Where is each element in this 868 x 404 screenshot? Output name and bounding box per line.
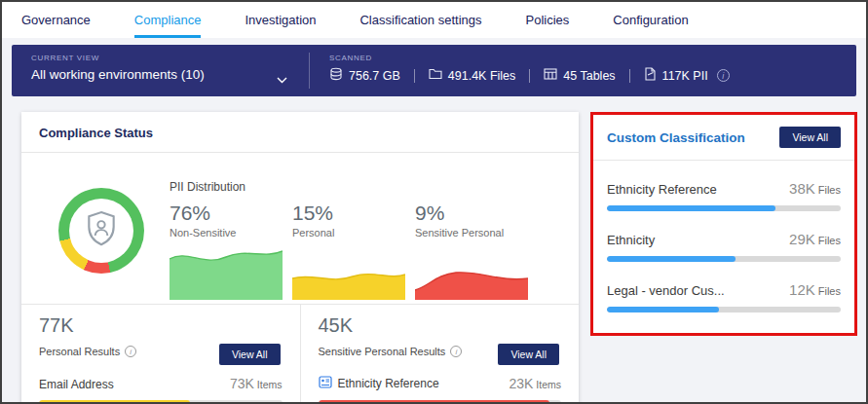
stat-files-value: 491.4K Files bbox=[448, 69, 515, 83]
distribution-non-sensitive: 76% Non-Sensitive bbox=[170, 202, 283, 300]
custom-classifier-icon bbox=[319, 376, 332, 391]
stat-separator bbox=[629, 69, 630, 83]
classification-name: Legal - vendor Cus... bbox=[607, 283, 725, 298]
stat-files: 491.4K Files bbox=[429, 68, 515, 83]
list-item-email-address[interactable]: Email Address 73KItems bbox=[39, 375, 283, 404]
nav-item-compliance[interactable]: Compliance bbox=[134, 2, 202, 38]
stat-separator bbox=[529, 69, 530, 83]
nav-item-policies[interactable]: Policies bbox=[525, 2, 569, 38]
chevron-down-icon[interactable] bbox=[277, 70, 287, 88]
stat-capacity-value: 756.7 GB bbox=[349, 69, 400, 83]
sensitive-results-count: 45K bbox=[319, 314, 562, 337]
pii-distribution: 76% Non-Sensitive 15% Personal bbox=[170, 202, 528, 300]
stat-tables: 45 Tables bbox=[544, 68, 615, 83]
result-value: 23K bbox=[509, 376, 533, 391]
sensitive-results-view-all-button[interactable]: View All bbox=[498, 344, 559, 365]
sensitive-results-label: Sensitive Personal Results bbox=[319, 346, 446, 357]
top-nav: Governance Compliance Investigation Clas… bbox=[2, 2, 866, 38]
personal-results-count: 77K bbox=[39, 314, 283, 337]
compliance-status-card: Compliance Status PII Distribution 76% bbox=[21, 112, 579, 404]
nav-item-configuration[interactable]: Configuration bbox=[613, 2, 688, 38]
info-icon[interactable] bbox=[450, 346, 462, 357]
non-sensitive-percent: 76% bbox=[170, 202, 283, 225]
personal-results-view-all-button[interactable]: View All bbox=[219, 344, 281, 365]
classification-name: Ethnicity Reference bbox=[607, 182, 717, 197]
folder-icon bbox=[429, 68, 442, 83]
nav-item-classification-settings[interactable]: Classification settings bbox=[359, 2, 481, 38]
result-value: 73K bbox=[230, 376, 254, 391]
card-divider bbox=[593, 160, 854, 161]
personal-area-chart bbox=[292, 243, 405, 300]
current-view-value: All working environments (10) bbox=[31, 67, 309, 82]
environment-selector[interactable]: CURRENT VIEW All working environments (1… bbox=[12, 45, 309, 96]
list-item-legal-vendor[interactable]: Legal - vendor Cus... 12KFiles bbox=[607, 281, 841, 312]
table-icon bbox=[544, 68, 557, 83]
sensitive-personal-results-section: 45K Sensitive Personal Results View All bbox=[300, 305, 580, 404]
classification-unit: Files bbox=[818, 184, 841, 196]
summary-header-bar: CURRENT VIEW All working environments (1… bbox=[12, 45, 856, 96]
shield-person-icon bbox=[85, 210, 118, 251]
nav-item-governance[interactable]: Governance bbox=[21, 2, 91, 38]
pii-file-icon bbox=[644, 67, 657, 84]
sensitive-personal-percent: 9% bbox=[415, 202, 528, 225]
ethnicity-reference-bar bbox=[319, 400, 562, 404]
list-item-ethnicity[interactable]: Ethnicity 29KFiles bbox=[607, 231, 841, 262]
classification-value: 29K bbox=[789, 231, 815, 247]
email-address-bar bbox=[39, 400, 283, 404]
database-icon bbox=[329, 67, 343, 84]
list-item-ethnicity-reference[interactable]: Ethnicity Reference 38KFiles bbox=[607, 180, 841, 211]
non-sensitive-area-chart bbox=[170, 243, 283, 300]
classification-value: 12K bbox=[789, 281, 815, 298]
result-unit: Items bbox=[536, 379, 561, 390]
stat-pii-value: 117K PII bbox=[662, 69, 708, 83]
current-view-label: CURRENT VIEW bbox=[31, 54, 309, 62]
pii-distribution-donut-chart bbox=[58, 188, 144, 274]
distribution-personal: 15% Personal bbox=[292, 202, 405, 300]
stat-separator bbox=[414, 69, 415, 83]
classification-name: Ethnicity bbox=[607, 233, 655, 247]
info-icon[interactable] bbox=[717, 69, 730, 82]
personal-results-label: Personal Results bbox=[39, 346, 120, 357]
annotation-highlight: Custom Classification View All Ethnicity… bbox=[590, 112, 857, 336]
list-item-ethnicity-reference[interactable]: Ethnicity Reference 23KItems bbox=[319, 375, 562, 404]
classification-value: 38K bbox=[789, 180, 815, 197]
compliance-status-title: Compliance Status bbox=[21, 112, 579, 153]
stat-capacity: 756.7 GB bbox=[329, 67, 400, 84]
result-name: Ethnicity Reference bbox=[338, 377, 439, 390]
custom-classification-view-all-button[interactable]: View All bbox=[779, 127, 841, 148]
distribution-sensitive-personal: 9% Sensitive Personal bbox=[415, 202, 528, 300]
scanned-stats: SCANNED 756.7 GB 491.4K Files 45 Ta bbox=[310, 45, 856, 96]
stat-tables-value: 45 Tables bbox=[563, 69, 615, 83]
scanned-label: SCANNED bbox=[329, 54, 856, 62]
custom-classification-card: Custom Classification View All Ethnicity… bbox=[593, 115, 854, 333]
nav-item-investigation[interactable]: Investigation bbox=[245, 2, 316, 38]
pii-distribution-label: PII Distribution bbox=[170, 180, 245, 194]
main-content: Compliance Status PII Distribution 76% bbox=[2, 96, 866, 402]
info-icon[interactable] bbox=[125, 346, 136, 357]
result-unit: Items bbox=[257, 379, 283, 390]
classification-unit: Files bbox=[818, 285, 841, 297]
progress-bar bbox=[607, 307, 841, 312]
personal-results-section: 77K Personal Results View All Email Addr… bbox=[21, 305, 300, 404]
classification-unit: Files bbox=[818, 235, 841, 246]
progress-bar bbox=[607, 256, 841, 262]
result-name: Email Address bbox=[39, 378, 114, 391]
sensitive-personal-area-chart bbox=[415, 243, 528, 300]
progress-bar bbox=[607, 205, 841, 211]
custom-classification-title: Custom Classification bbox=[607, 130, 745, 145]
stat-pii: 117K PII bbox=[644, 67, 708, 84]
personal-percent: 15% bbox=[292, 202, 405, 225]
non-sensitive-label: Non-Sensitive bbox=[170, 227, 283, 239]
sensitive-personal-label: Sensitive Personal bbox=[415, 227, 528, 239]
personal-label: Personal bbox=[292, 227, 405, 239]
